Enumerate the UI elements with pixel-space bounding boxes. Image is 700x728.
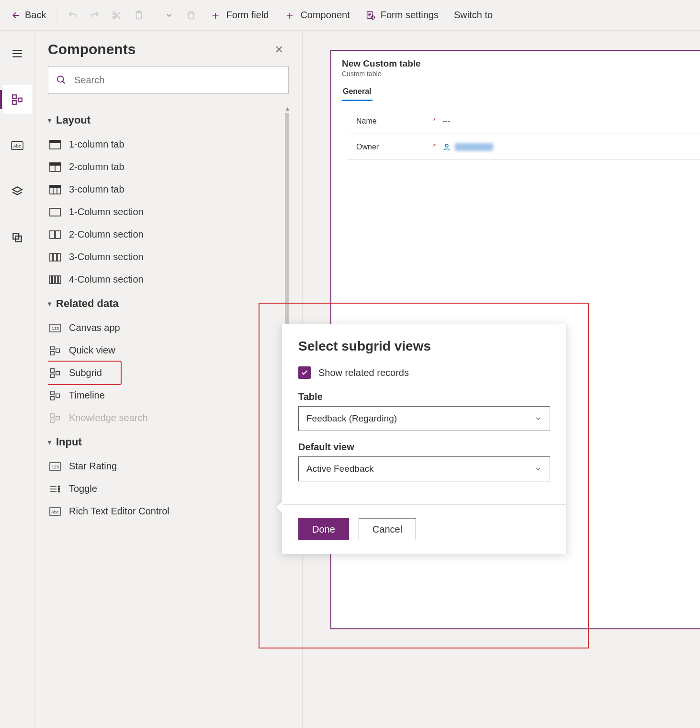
comp-rich-text[interactable]: Abc Rich Text Editor Control: [48, 500, 289, 523]
search-box[interactable]: [48, 66, 289, 94]
subgrid-icon: [49, 368, 61, 378]
show-related-checkbox[interactable]: Show related records: [298, 366, 550, 379]
rail-textbox[interactable]: Abc: [3, 131, 32, 160]
form-settings-button[interactable]: Form settings: [359, 6, 445, 24]
search-input[interactable]: [73, 74, 281, 86]
svg-text:Abc: Abc: [51, 510, 59, 514]
dialog-title: Select subgrid views: [298, 339, 550, 354]
comp-label: 2-Column section: [69, 229, 144, 240]
svg-text:Abc: Abc: [13, 144, 21, 148]
svg-point-0: [113, 11, 116, 14]
comp-label: Timeline: [69, 390, 105, 401]
svg-rect-37: [56, 349, 59, 352]
svg-rect-46: [56, 416, 59, 420]
toolbar-divider: [57, 7, 58, 24]
comp-quick-view[interactable]: Quick view: [48, 339, 289, 362]
rail-layers[interactable]: [3, 177, 32, 206]
more-dropdown[interactable]: [159, 6, 179, 24]
panel-close-button[interactable]: [270, 42, 289, 57]
svg-rect-27: [54, 253, 56, 261]
section-input[interactable]: ▾ Input: [48, 429, 289, 455]
svg-rect-43: [56, 394, 59, 397]
switch-label: Switch to: [454, 10, 493, 21]
svg-point-52: [58, 486, 60, 487]
comp-subgrid[interactable]: Subgrid: [48, 362, 121, 384]
add-form-field-button[interactable]: ＋ Form field: [203, 4, 275, 27]
add-component-button[interactable]: ＋ Component: [277, 4, 356, 27]
field-name-row[interactable]: Name * ---: [347, 108, 700, 134]
svg-rect-20: [50, 185, 60, 188]
comp-label: 2-column tab: [69, 161, 124, 172]
comp-3col-section[interactable]: 3-Column section: [48, 246, 289, 268]
toggle-icon: [49, 484, 61, 494]
comp-knowledge-search: Knowledge search: [48, 407, 289, 429]
svg-point-1: [113, 16, 116, 19]
comp-1col-tab[interactable]: 1-column tab: [48, 133, 289, 156]
cut-button[interactable]: [107, 6, 127, 24]
comp-label: 3-column tab: [69, 184, 124, 195]
top-toolbar: Back ＋ Form field ＋ Componen: [0, 0, 700, 31]
svg-rect-6: [12, 95, 16, 99]
back-button[interactable]: Back: [3, 6, 53, 24]
comp-2col-section[interactable]: 2-Column section: [48, 223, 289, 246]
svg-rect-40: [56, 371, 59, 375]
rail-components[interactable]: [3, 85, 32, 114]
field-owner-value: [442, 143, 493, 151]
field-name-value: ---: [442, 117, 450, 125]
section-3col-icon: [49, 252, 61, 262]
scissors-icon: [112, 10, 122, 21]
comp-3col-tab[interactable]: 3-column tab: [48, 178, 289, 201]
form-settings-label: Form settings: [381, 10, 439, 21]
form-field-label: Form field: [226, 10, 269, 21]
checkbox-label: Show related records: [318, 367, 409, 378]
delete-button[interactable]: [181, 6, 201, 24]
form-tab-general[interactable]: General: [342, 80, 373, 101]
comp-1col-section[interactable]: 1-Column section: [48, 201, 289, 223]
section-layout[interactable]: ▾ Layout: [48, 107, 289, 133]
svg-rect-39: [51, 374, 54, 377]
chevron-down-icon: ▾: [48, 300, 51, 307]
comp-label: Quick view: [69, 345, 115, 356]
field-name-label: Name: [356, 117, 428, 125]
rail-copy[interactable]: [3, 223, 32, 252]
left-rail: Abc: [0, 31, 34, 728]
redo-button[interactable]: [85, 6, 105, 24]
svg-rect-44: [51, 413, 54, 417]
comp-label: Rich Text Editor Control: [69, 506, 169, 517]
clipboard-icon: [134, 10, 144, 21]
person-icon: [442, 143, 451, 151]
back-arrow-icon: [10, 10, 20, 21]
svg-rect-45: [51, 419, 54, 422]
subgrid-dialog: Select subgrid views Show related record…: [282, 324, 567, 554]
owner-redacted: [455, 143, 493, 151]
svg-rect-28: [57, 253, 60, 261]
svg-rect-42: [51, 396, 54, 399]
comp-label: Canvas app: [69, 322, 120, 333]
section-1col-icon: [49, 207, 61, 217]
svg-point-53: [58, 488, 60, 489]
undo-button[interactable]: [63, 6, 83, 24]
view-select[interactable]: Active Feedback: [298, 456, 550, 481]
table-select[interactable]: Feedback (Regarding): [298, 406, 550, 431]
tab-3col-icon: [49, 184, 61, 195]
tab-1col-icon: [49, 139, 61, 150]
cancel-button[interactable]: Cancel: [359, 518, 416, 540]
trash-icon: [186, 10, 196, 21]
redo-icon: [90, 10, 100, 21]
rail-hamburger[interactable]: [3, 39, 32, 68]
comp-toggle[interactable]: Toggle: [48, 478, 289, 500]
form-title: New Custom table: [342, 58, 700, 69]
comp-4col-section[interactable]: 4-Column section: [48, 268, 289, 291]
comp-canvas-app[interactable]: 123 Canvas app: [48, 317, 289, 339]
paste-button[interactable]: [129, 6, 149, 24]
svg-rect-38: [51, 368, 54, 372]
switch-button[interactable]: Switch to: [447, 6, 499, 24]
dialog-pointer: [276, 500, 283, 514]
comp-2col-tab[interactable]: 2-column tab: [48, 156, 289, 178]
comp-star-rating[interactable]: 123 Star Rating: [48, 455, 289, 478]
done-button[interactable]: Done: [298, 518, 349, 540]
field-owner-row[interactable]: Owner *: [347, 134, 700, 160]
section-related[interactable]: ▾ Related data: [48, 291, 289, 317]
rich-text-icon: Abc: [49, 506, 61, 517]
comp-timeline[interactable]: Timeline: [48, 384, 289, 407]
